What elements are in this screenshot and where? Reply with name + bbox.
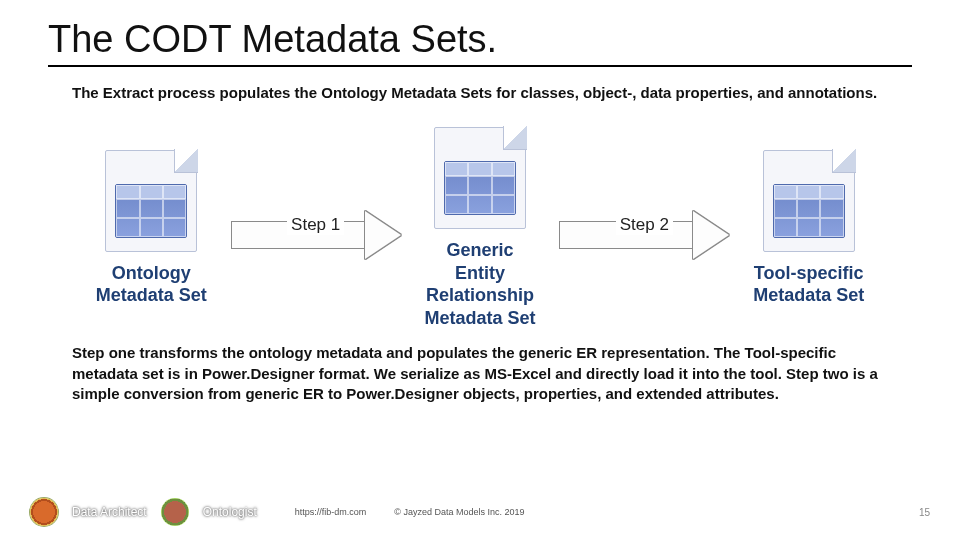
node-label: GenericEntity RelationshipMetadata Set — [401, 239, 560, 329]
metadata-doc-icon — [434, 127, 526, 229]
title-underline — [48, 65, 912, 67]
arrow-step-2: Step 2 — [559, 197, 729, 259]
role-ontologist: Ontologist — [203, 505, 257, 519]
node-label: OntologyMetadata Set — [96, 262, 207, 307]
arrow-label: Step 2 — [616, 215, 673, 235]
page-number: 15 — [919, 507, 930, 518]
arrow-label: Step 1 — [287, 215, 344, 235]
node-tool-specific-metadata: Tool-specificMetadata Set — [729, 150, 888, 307]
node-generic-er-metadata: GenericEntity RelationshipMetadata Set — [401, 127, 560, 329]
metadata-doc-icon — [105, 150, 197, 252]
footer-copyright: © Jayzed Data Models Inc. 2019 — [394, 507, 524, 517]
flow-diagram: OntologyMetadata Set Step 1 GenericEntit… — [72, 127, 888, 329]
slide-title: The CODT Metadata Sets. — [48, 18, 912, 61]
footer: Data Architect Ontologist https://fib-dm… — [0, 498, 960, 526]
data-architect-badge-icon — [30, 498, 58, 526]
node-ontology-metadata: OntologyMetadata Set — [72, 150, 231, 307]
role-data-architect: Data Architect — [72, 505, 147, 519]
arrow-step-1: Step 1 — [231, 197, 401, 259]
slide: The CODT Metadata Sets. The Extract proc… — [0, 0, 960, 540]
node-label: Tool-specificMetadata Set — [753, 262, 864, 307]
footer-url: https://fib-dm.com — [295, 507, 367, 517]
lead-paragraph: The Extract process populates the Ontolo… — [72, 83, 888, 103]
ontologist-badge-icon — [161, 498, 189, 526]
body-paragraph: Step one transforms the ontology metadat… — [72, 343, 888, 404]
metadata-doc-icon — [763, 150, 855, 252]
